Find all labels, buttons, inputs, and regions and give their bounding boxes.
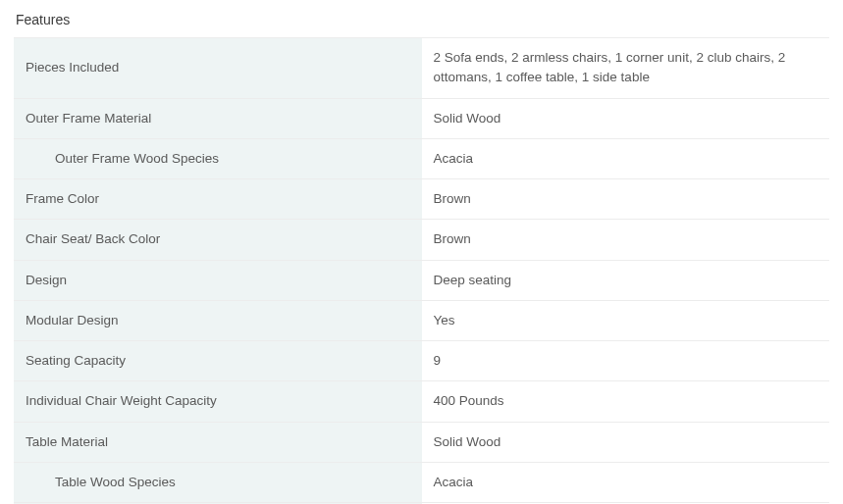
spec-label-text: Seating Capacity (26, 353, 126, 368)
spec-value: Acacia (422, 138, 830, 178)
spec-label: Table Material (14, 422, 422, 462)
spec-label: Frame Color (14, 179, 422, 220)
spec-value: Brown (422, 220, 830, 260)
spec-label-text: Table Wood Species (26, 475, 176, 489)
spec-value: 400 Pounds (422, 381, 830, 422)
spec-label-text: Pieces Included (26, 60, 119, 75)
table-row: DesignDeep seating (14, 260, 829, 300)
spec-label: Individual Chair Weight Capacity (14, 381, 422, 422)
spec-label: Outer Frame Wood Species (14, 138, 422, 178)
spec-value: 9 (422, 341, 830, 381)
features-table: Pieces Included2 Sofa ends, 2 armless ch… (14, 37, 829, 504)
spec-label-text: Chair Seat/ Back Color (26, 231, 160, 246)
table-row: Table Wood SpeciesAcacia (14, 462, 829, 502)
section-title: Features (14, 12, 829, 27)
spec-label: Seating Capacity (14, 341, 422, 381)
spec-label-text: Outer Frame Wood Species (26, 151, 219, 166)
spec-label: Chair Seat/ Back Color (14, 220, 422, 260)
spec-label-text: Table Material (26, 434, 108, 449)
features-table-body: Pieces Included2 Sofa ends, 2 armless ch… (14, 38, 829, 505)
spec-label: Modular Design (14, 300, 422, 340)
spec-label-text: Frame Color (26, 191, 99, 206)
table-row: Seating Capacity9 (14, 341, 829, 381)
spec-value: Yes (422, 300, 830, 340)
table-row: Table MaterialSolid Wood (14, 422, 829, 462)
table-row: Modular DesignYes (14, 300, 829, 340)
features-section: Features Pieces Included2 Sofa ends, 2 a… (14, 12, 829, 504)
table-row: Pieces Included2 Sofa ends, 2 armless ch… (14, 38, 829, 99)
spec-value: 2 Sofa ends, 2 armless chairs, 1 corner … (422, 38, 830, 99)
spec-value: Brown (422, 179, 830, 220)
table-row: Chair Seat/ Back ColorBrown (14, 220, 829, 260)
spec-value: Solid Wood (422, 98, 830, 138)
spec-label: Outer Frame Material (14, 98, 422, 138)
spec-value: Deep seating (422, 260, 830, 300)
spec-label: Design (14, 260, 422, 300)
spec-label-text: Outer Frame Material (26, 111, 151, 126)
table-row: Frame ColorBrown (14, 179, 829, 220)
table-row: Outer Frame MaterialSolid Wood (14, 98, 829, 138)
spec-label: Pieces Included (14, 38, 422, 99)
spec-label-text: Individual Chair Weight Capacity (26, 393, 217, 408)
table-row: Individual Chair Weight Capacity400 Poun… (14, 381, 829, 422)
table-row: Outer Frame Wood SpeciesAcacia (14, 138, 829, 178)
spec-label: Table Wood Species (14, 462, 422, 502)
spec-value: Solid Wood (422, 422, 830, 462)
spec-label-text: Modular Design (26, 313, 119, 328)
spec-label-text: Design (26, 273, 67, 287)
spec-value: Acacia (422, 462, 830, 502)
